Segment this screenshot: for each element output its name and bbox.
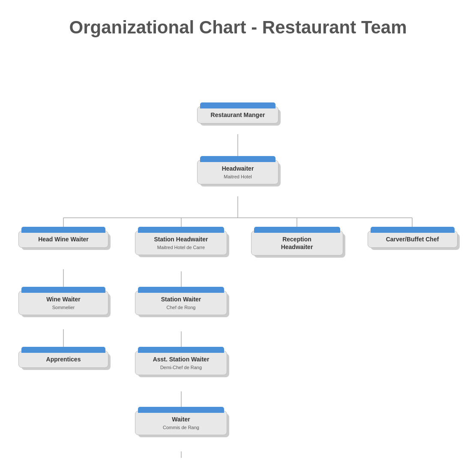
node-asst-station-waiter: Asst. Station Waiter Demi-Chef de Rang xyxy=(133,351,229,375)
page-title: Organizational Chart - Restaurant Team xyxy=(0,0,476,51)
node-station-headwaiter: Station Headwaiter Maitred Hotel de Carr… xyxy=(133,231,229,255)
node-restaurant-manager: Restaurant Manger xyxy=(195,106,281,123)
node-reception-headwaiter: Reception Headwaiter xyxy=(248,231,345,256)
node-head-wine-waiter: Head Wine Waiter xyxy=(16,231,111,248)
node-headwaiter: Headwaiter Maitred Hotel xyxy=(195,160,281,184)
node-carver-buffet-chef: Carver/Buffet Chef xyxy=(366,231,458,248)
node-wine-waiter: Wine Waiter Sommelier xyxy=(16,291,111,315)
node-waiter: Waiter Commis de Rang xyxy=(133,411,229,435)
node-apprentices-left: Apprentices xyxy=(16,351,111,368)
node-station-waiter: Station Waiter Chef de Rong xyxy=(133,291,229,315)
